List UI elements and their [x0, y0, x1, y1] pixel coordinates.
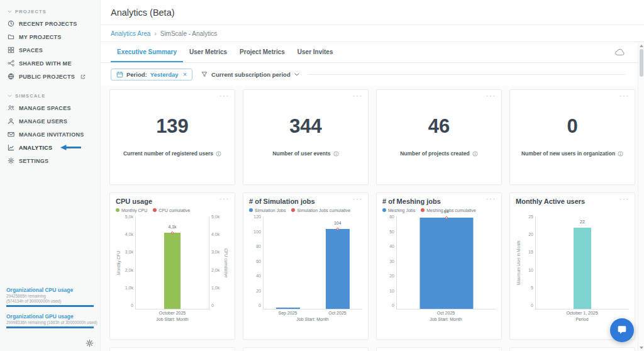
calendar-icon — [116, 71, 123, 78]
y-axis-title: Monthly CPU — [116, 216, 121, 309]
kpi-value: 0 — [567, 115, 577, 138]
legend-item-meshing-jobs[interactable]: Meshing Jobs — [382, 208, 415, 213]
settings-gear-icon[interactable] — [86, 339, 94, 347]
sidebar-item-spaces[interactable]: SPACES — [0, 43, 100, 57]
usage-title[interactable]: Organizational CPU usage — [6, 287, 94, 293]
chart-card-partial: ··· — [243, 347, 369, 351]
cloud-icon[interactable] — [615, 48, 625, 56]
plot-area: 4,1k — [135, 216, 209, 309]
y-tick-label: 40 — [382, 244, 394, 248]
globe-icon — [8, 73, 14, 80]
scroll-up-arrow[interactable] — [640, 45, 643, 47]
clock-icon — [8, 20, 14, 27]
sidebar-item-label: SPACES — [19, 47, 43, 53]
section-label: SIMSCALE — [15, 93, 45, 99]
tab-user-metrics[interactable]: User Metrics — [183, 42, 233, 62]
chart-card-cpu-usage: ···CPU usageMonthly CPUCPU cumulativeMon… — [109, 192, 235, 340]
kpi-label-text: Number of user events — [272, 150, 330, 157]
card-menu-icon[interactable]: ··· — [619, 194, 630, 203]
kpi-label-text: Number of projects created — [400, 150, 470, 157]
period-filter-chip[interactable]: Period: Yesterday × — [111, 69, 192, 81]
breadcrumb-separator-icon: › — [154, 30, 156, 37]
bar-sep-2025[interactable] — [276, 308, 300, 309]
subscription-filter-label: Current subscription period — [211, 71, 291, 78]
x-tick-label: Oct 2025 — [313, 311, 362, 315]
sidebar-item-shared-with-me[interactable]: SHARED WITH ME — [0, 57, 100, 70]
sidebar-section-projects[interactable]: PROJECTS — [0, 5, 100, 17]
chevron-down-icon — [8, 10, 12, 13]
y-tick-label: 1,0k — [121, 286, 133, 290]
bar-oct-2025[interactable] — [419, 218, 473, 309]
y-tick-label: 50 — [382, 230, 394, 234]
legend-item-simulation-jobs[interactable]: Simulation Jobs — [249, 208, 286, 213]
sidebar-item-manage-users[interactable]: MANAGE USERS — [0, 114, 100, 128]
card-menu-icon[interactable]: ··· — [219, 194, 230, 203]
legend-label: Simulation Jobs — [255, 208, 286, 213]
y-tick-label: 4,0k — [211, 232, 223, 237]
usage-line: 29425865h remaining — [6, 294, 94, 298]
x-tick-label: Sep 2025 — [263, 311, 313, 315]
scrollbar[interactable] — [638, 43, 644, 351]
chart-body: Maximum User in Month252015105022October… — [516, 216, 629, 321]
analytics-icon — [8, 144, 14, 151]
y-axis-ticks: 6050403020100 — [382, 214, 396, 308]
info-icon[interactable] — [618, 151, 623, 157]
category-cell: 22 — [536, 216, 629, 309]
chat-bubble-button[interactable] — [610, 318, 634, 342]
tab-executive-summary[interactable]: Executive Summary — [111, 42, 183, 62]
legend-label: Simulation Jobs cumulative — [297, 208, 350, 213]
x-tick-label: October 1, 2025 — [535, 311, 629, 315]
bar-value-label: 64 — [444, 209, 449, 214]
card-menu-icon[interactable]: ··· — [353, 91, 364, 100]
bar-oct-2025[interactable] — [326, 229, 350, 309]
y-tick-label: 4,0k — [121, 232, 133, 237]
legend-item-cpu-cumulative[interactable]: CPU cumulative — [153, 208, 190, 213]
card-menu-icon[interactable]: ··· — [486, 91, 497, 100]
bar-october-2025[interactable] — [164, 233, 180, 309]
scroll-thumb[interactable] — [640, 49, 643, 77]
tabs: Executive SummaryUser MetricsProject Met… — [111, 42, 340, 62]
legend-item-simulation-jobs-cumulative[interactable]: Simulation Jobs cumulative — [291, 208, 350, 213]
sidebar-item-my-projects[interactable]: MY PROJECTS — [0, 30, 100, 43]
tab-user-invites[interactable]: User Invites — [291, 42, 340, 62]
y-tick-label: 20 — [521, 232, 533, 237]
usage-progress-bar — [6, 326, 94, 328]
sidebar-item-settings[interactable]: SETTINGS — [0, 154, 100, 167]
kpi-label: Current number of registered users — [118, 150, 226, 157]
bar-october-1-2025[interactable] — [574, 228, 591, 309]
funnel-icon — [201, 71, 208, 77]
kpi-row: ···139Current number of registered users… — [109, 89, 635, 185]
info-icon[interactable] — [333, 151, 339, 157]
sidebar-section-simscale[interactable]: SIMSCALE — [0, 89, 100, 101]
usage-title[interactable]: Organizational GPU usage — [6, 313, 94, 320]
chart-title: # of Simulation jobs — [249, 198, 362, 205]
card-menu-icon[interactable]: ··· — [353, 194, 364, 203]
card-menu-icon[interactable]: ··· — [486, 194, 497, 203]
chart-card-partial: ··· — [376, 347, 502, 351]
sidebar-item-manage-invitations[interactable]: MANAGE INVITATIONS — [0, 128, 100, 141]
breadcrumb-link[interactable]: Analytics Area — [111, 30, 150, 37]
chart-legend: Monthly CPUCPU cumulative — [116, 207, 229, 213]
y-tick-label: 10 — [382, 289, 394, 293]
tab-project-metrics[interactable]: Project Metrics — [233, 42, 291, 62]
sidebar-item-analytics[interactable]: ANALYTICS — [0, 141, 100, 154]
card-menu-icon[interactable]: ··· — [219, 91, 230, 100]
legend-dot — [421, 208, 425, 212]
info-icon[interactable] — [472, 151, 478, 157]
sidebar-item-label: ANALYTICS — [19, 145, 52, 151]
chip-close-icon[interactable]: × — [183, 71, 187, 78]
y-tick-label: 60 — [382, 214, 394, 219]
divider — [308, 74, 625, 75]
sidebar-item-recent-projects[interactable]: RECENT PROJECTS — [0, 17, 100, 30]
x-axis-title: Job Start: Month — [263, 317, 362, 321]
legend-label: Meshing Jobs — [388, 208, 415, 213]
sidebar-item-manage-spaces[interactable]: MANAGE SPACES — [0, 101, 100, 114]
subscription-filter-dropdown[interactable]: Current subscription period — [201, 71, 299, 78]
card-menu-icon[interactable]: ··· — [619, 91, 630, 100]
scroll-down-arrow[interactable] — [640, 347, 643, 349]
filters-bar: Period: Yesterday × Current subscription… — [101, 63, 644, 86]
info-icon[interactable] — [216, 151, 221, 157]
legend-item-monthly-cpu[interactable]: Monthly CPU — [116, 208, 147, 213]
sidebar-item-public-projects[interactable]: PUBLIC PROJECTS — [0, 70, 100, 83]
y-tick-label: 5 — [521, 286, 533, 290]
